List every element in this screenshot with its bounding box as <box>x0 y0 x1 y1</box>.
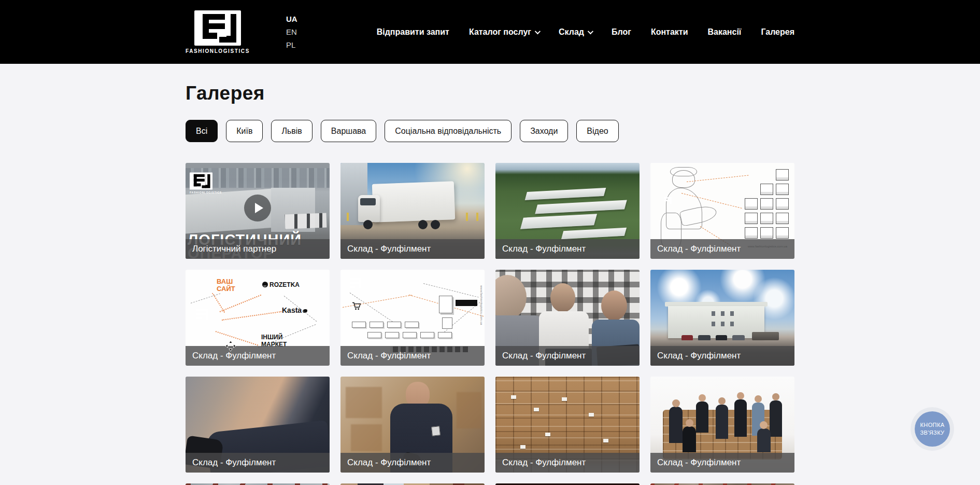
gallery-item[interactable]: Склад - Фулфілмент <box>495 163 640 259</box>
nav-vacancies[interactable]: Вакансії <box>708 27 742 37</box>
gallery-item-caption: Логістичний партнер <box>186 239 330 259</box>
nav-blog[interactable]: Блог <box>612 27 631 37</box>
nav-warehouse[interactable]: Склад <box>559 27 592 37</box>
nav-send-request[interactable]: Відправити запит <box>377 27 449 37</box>
gallery-grid: FASHIONLOGISTICS ЛОГІСТИЧНИЙ ОПЕРАТОР Ло… <box>186 163 794 485</box>
gallery-item[interactable]: Склад - Фулфілмент <box>495 270 640 366</box>
person-art <box>770 400 782 437</box>
lang-pl[interactable]: PL <box>286 40 297 49</box>
gallery-item-caption: Склад - Фулфілмент <box>340 346 485 366</box>
trucks-art <box>285 213 327 229</box>
gallery-item-caption: Склад - Фулфілмент <box>650 239 794 259</box>
chevron-down-icon <box>535 28 541 34</box>
diagram-label-rozetka: ROZETKA <box>262 281 300 289</box>
rozetka-icon <box>262 282 268 287</box>
gallery-item[interactable]: Склад - Фулфілмент <box>340 377 485 473</box>
language-switcher: UA EN PL <box>286 15 297 49</box>
diagram-label-your-site: ВАШ САЙТ <box>217 278 235 293</box>
brand-logo[interactable]: FASHIONLOGISTICS <box>186 10 250 54</box>
gallery-item-caption: Склад - Фулфілмент <box>495 453 640 473</box>
filter-social-responsibility[interactable]: Соціальна відповідальність <box>385 120 512 142</box>
play-button[interactable] <box>244 195 271 221</box>
gallery-item[interactable]: ВАШ САЙТ ROZETKA Kasta ІНШИЙ МАРКЕТ <box>186 270 330 366</box>
main-navigation: Відправити запит Каталог послуг Склад Бл… <box>377 27 794 37</box>
contact-floating-button-label: КНОПКА ЗВ'ЯЗКУ <box>915 411 950 447</box>
nav-contacts[interactable]: Контакти <box>651 27 688 37</box>
diagram-label-kasta: Kasta <box>282 306 307 314</box>
filter-all[interactable]: Всі <box>186 120 218 142</box>
gallery-item[interactable]: Склад - Фулфілмент <box>340 163 485 259</box>
filter-lviv[interactable]: Львів <box>271 120 312 142</box>
play-icon <box>255 203 263 213</box>
gallery-item-video[interactable]: FASHIONLOGISTICS ЛОГІСТИЧНИЙ ОПЕРАТОР Ло… <box>186 163 330 259</box>
fl-logo-watermark: FASHIONLOGISTICS <box>190 172 222 194</box>
filter-events[interactable]: Заходи <box>520 120 568 142</box>
fl-logo-icon <box>194 10 241 46</box>
filter-video[interactable]: Відео <box>576 120 618 142</box>
lang-en[interactable]: EN <box>286 27 297 36</box>
gallery-item[interactable]: Склад - Фулфілмент <box>186 377 330 473</box>
gallery-filters: Всі Київ Львів Варшава Соціальна відпові… <box>186 120 794 142</box>
gallery-item-caption: Склад - Фулфілмент <box>186 346 330 366</box>
filter-kyiv[interactable]: Київ <box>226 120 263 142</box>
gallery-item[interactable]: Склад - Фулфілмент <box>495 377 640 473</box>
gallery-item-caption: Склад - Фулфілмент <box>495 239 640 259</box>
nav-services-catalog[interactable]: Каталог послуг <box>469 27 539 37</box>
building-art <box>668 306 764 338</box>
person-art <box>696 401 708 433</box>
fl-logo-patch <box>431 426 441 436</box>
gallery-item[interactable]: www.fashionlogistics.com.ua Склад - Фулф… <box>650 163 794 259</box>
gallery-page: Галерея Всі Київ Львів Варшава Соціальна… <box>186 82 794 485</box>
person-art <box>716 405 728 439</box>
shelves-art <box>352 322 419 328</box>
page-title: Галерея <box>186 82 794 104</box>
person-art <box>669 407 683 443</box>
filter-warsaw[interactable]: Варшава <box>321 120 376 142</box>
person-art <box>683 426 696 452</box>
gallery-item[interactable]: www.fashionlogistics.com.ua Склад - Фулф… <box>340 270 485 366</box>
move-cursor-icon <box>225 340 236 352</box>
gallery-item[interactable]: Склад - Фулфілмент <box>650 377 794 473</box>
header: FASHIONLOGISTICS UA EN PL Відправити зап… <box>0 0 980 64</box>
cart-icon <box>352 302 361 310</box>
person-art <box>734 399 747 437</box>
gallery-item-caption: Склад - Фулфілмент <box>650 346 794 366</box>
gallery-item[interactable]: Склад - Фулфілмент <box>650 270 794 366</box>
pallet-diagram-art <box>745 169 789 240</box>
truck-art <box>372 181 455 222</box>
gallery-item-caption: Склад - Фулфілмент <box>495 346 640 366</box>
gallery-item-caption: Склад - Фулфілмент <box>340 239 485 259</box>
gallery-item-caption: Склад - Фулфілмент <box>340 453 485 473</box>
contact-floating-button[interactable]: КНОПКА ЗВ'ЯЗКУ <box>911 407 954 451</box>
lang-ua[interactable]: UA <box>286 15 297 23</box>
gallery-item-caption: Склад - Фулфілмент <box>650 453 794 473</box>
chevron-down-icon <box>588 28 593 34</box>
truck-art <box>752 332 779 340</box>
website-url-small-print: www.fashionlogistics.com.ua <box>480 285 483 325</box>
gallery-item-caption: Склад - Фулфілмент <box>186 453 330 473</box>
nav-gallery[interactable]: Галерея <box>761 27 794 37</box>
brand-wordmark: FASHIONLOGISTICS <box>186 48 250 54</box>
person-art <box>757 428 771 452</box>
